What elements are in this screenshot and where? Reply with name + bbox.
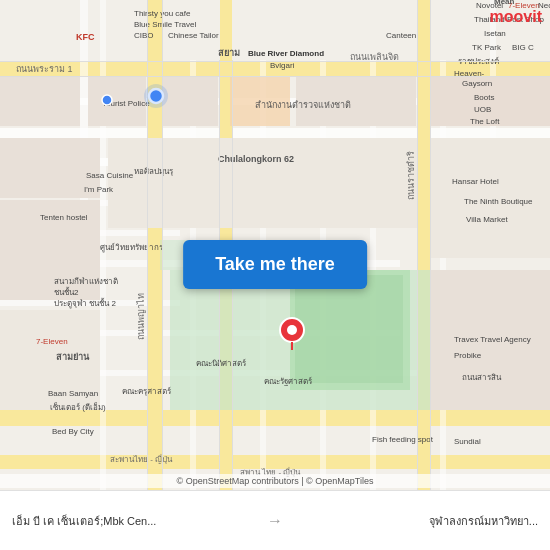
svg-rect-30 (108, 138, 418, 228)
svg-text:Sasa Cuisine: Sasa Cuisine (86, 171, 134, 180)
svg-text:Chinese Tailor: Chinese Tailor (168, 31, 219, 40)
svg-text:หอศิลปมุนรุ: หอศิลปมุนรุ (134, 167, 174, 176)
svg-text:CIBO: CIBO (134, 31, 154, 40)
svg-text:ถนนพระราม 1: ถนนพระราม 1 (16, 64, 73, 74)
svg-text:เซ็นเตอร์ (ดีเอ็ม): เซ็นเตอร์ (ดีเอ็ม) (50, 402, 106, 412)
svg-text:คณะรัฐศาสตร์: คณะรัฐศาสตร์ (264, 376, 313, 386)
svg-text:ประตูจุฬา ชนชั้น 2: ประตูจุฬา ชนชั้น 2 (54, 297, 116, 309)
svg-text:Blue River Diamond: Blue River Diamond (248, 49, 324, 58)
svg-rect-24 (162, 76, 218, 126)
arrow-icon: → (267, 512, 283, 530)
svg-text:Boots: Boots (474, 93, 494, 102)
svg-text:Chulalongkorn 62: Chulalongkorn 62 (218, 154, 294, 164)
svg-text:Mean: Mean (494, 0, 515, 6)
svg-text:ถนนพญาไท: ถนนพญาไท (136, 293, 146, 340)
svg-text:Canteen: Canteen (386, 31, 416, 40)
svg-text:ชนชั้น2: ชนชั้น2 (54, 286, 79, 297)
destination-label: จุฬาลงกรณ์มหาวิทยา... (291, 512, 538, 530)
svg-text:Hansar Hotel: Hansar Hotel (452, 177, 499, 186)
origin-label: เอ็ม บี เค เซ็นเตอร์;Mbk Cen... (12, 512, 259, 530)
svg-text:ถนนสารสิน: ถนนสารสิน (462, 373, 502, 382)
map-attribution: © OpenStreetMap contributors | © OpenMap… (0, 474, 550, 488)
svg-text:Fish feeding spot: Fish feeding spot (372, 435, 434, 444)
svg-rect-25 (0, 76, 80, 126)
svg-text:BIG C: BIG C (512, 43, 534, 52)
svg-rect-5 (0, 455, 550, 469)
svg-text:I'm Park: I'm Park (84, 185, 114, 194)
svg-point-109 (102, 95, 112, 105)
svg-text:The Loft: The Loft (470, 117, 500, 126)
svg-text:KFC: KFC (76, 32, 95, 42)
svg-rect-100 (417, 0, 418, 490)
svg-text:Sundial: Sundial (454, 437, 481, 446)
svg-text:Bed By City: Bed By City (52, 427, 94, 436)
svg-text:ถนนราชดำริ: ถนนราชดำริ (406, 151, 416, 200)
moovit-brand-text: moovit (490, 8, 542, 25)
svg-rect-101 (430, 0, 431, 490)
svg-text:สามย่าน: สามย่าน (56, 352, 90, 362)
moovit-logo: moovit (490, 8, 542, 26)
svg-text:Blue Smile Travel: Blue Smile Travel (134, 20, 196, 29)
svg-rect-98 (147, 0, 148, 490)
svg-text:สะพานไทย - ญี่ปุ่น: สะพานไทย - ญี่ปุ่น (110, 453, 173, 464)
svg-text:UOB: UOB (474, 105, 491, 114)
svg-text:ศูนย์วิทยทรัพยากร: ศูนย์วิทยทรัพยากร (100, 242, 164, 253)
svg-rect-96 (0, 61, 550, 62)
svg-text:สนามกีฬาแห่งชาติ: สนามกีฬาแห่งชาติ (54, 277, 118, 286)
map-container: ถนนเพลินจิต ถนนพระราม 1 ถนนพญาไท ถนนราชด… (0, 0, 550, 490)
svg-text:Gaysorn: Gaysorn (462, 79, 492, 88)
svg-text:Baan Samyan: Baan Samyan (48, 389, 98, 398)
svg-rect-99 (162, 0, 163, 490)
svg-text:7-Eleven: 7-Eleven (36, 337, 68, 346)
svg-text:The Ninth Boutique: The Ninth Boutique (464, 197, 533, 206)
svg-text:คณะนิติศาสตร์: คณะนิติศาสตร์ (196, 358, 247, 368)
svg-text:Travex Travel Agency: Travex Travel Agency (454, 335, 531, 344)
svg-point-107 (287, 325, 297, 335)
take-me-there-button[interactable]: Take me there (183, 240, 367, 289)
svg-rect-15 (418, 0, 430, 490)
svg-text:สำนักงานตำรวจแห่งชาติ: สำนักงานตำรวจแห่งชาติ (255, 100, 351, 110)
bottom-navigation-bar: เอ็ม บี เค เซ็นเตอร์;Mbk Cen... → จุฬาลง… (0, 490, 550, 550)
svg-text:Bvlgari: Bvlgari (270, 61, 295, 70)
svg-rect-34 (295, 275, 403, 383)
svg-rect-4 (0, 410, 550, 426)
svg-text:Probike: Probike (454, 351, 482, 360)
svg-text:Tenten hostel: Tenten hostel (40, 213, 88, 222)
svg-text:ถนนเพลินจิต: ถนนเพลินจิต (350, 52, 399, 62)
svg-text:TK Park: TK Park (472, 43, 502, 52)
svg-point-105 (144, 84, 168, 108)
svg-text:Villa Market: Villa Market (466, 215, 508, 224)
attribution-text: © OpenStreetMap contributors | © OpenMap… (177, 476, 374, 486)
svg-text:Isetan: Isetan (484, 29, 506, 38)
svg-text:สยาม: สยาม (218, 48, 240, 58)
svg-rect-97 (0, 76, 550, 77)
